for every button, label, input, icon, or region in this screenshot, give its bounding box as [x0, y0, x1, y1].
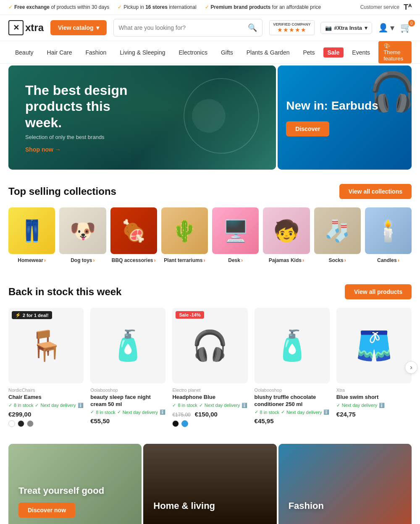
product-swimshort[interactable]: 🩳 Xtra Blue swim short ✓ Next day delive… — [336, 308, 412, 427]
color-white[interactable] — [8, 420, 15, 427]
collection-homewear-label: Homewear › — [18, 257, 46, 263]
product-brand: Oolabooshop — [90, 388, 165, 393]
view-catalog-button[interactable]: View catalog ▾ — [50, 20, 107, 35]
collection-bbq-label: BBQ accessories › — [112, 257, 156, 263]
back-in-stock-header: Back in stock this week View all product… — [8, 284, 412, 299]
product-conditioner[interactable]: 🧴 Oolabooshop blushy truffle chocolate c… — [255, 308, 330, 427]
delivery-info-icon[interactable]: ℹ️ — [323, 409, 329, 415]
collection-dog-toys[interactable]: 🐶 Dog toys › — [59, 207, 106, 263]
collection-pajamas[interactable]: 🧒 Pajamas Kids › — [263, 207, 310, 263]
delivery-info-icon[interactable]: ℹ️ — [78, 403, 84, 408]
product-brand: NordicChairs — [8, 388, 84, 393]
color-blue[interactable] — [181, 420, 188, 427]
product-price: €24,75 — [336, 411, 412, 418]
hero-shop-now-link[interactable]: Shop now → — [25, 146, 61, 153]
color-black[interactable] — [18, 420, 24, 427]
product-stock-row: ✓ 8 in stock ✓ Next day delivery ℹ️ — [90, 409, 165, 415]
hero-main-subtitle: Selection of only the best brands — [25, 134, 259, 140]
product-chair[interactable]: ⚡2 for 1 deal! 🪑 NordicChairs Chair Eame… — [8, 308, 84, 427]
cart-button[interactable]: 🛒 0 — [400, 22, 412, 33]
customer-service-link[interactable]: Customer service — [360, 4, 399, 10]
collection-dog-toys-label: Dog toys › — [71, 257, 94, 263]
hero-main-title: The best design products this week. — [25, 82, 143, 131]
font-adjust-icon[interactable]: Tᴬ — [404, 3, 412, 12]
color-options — [8, 420, 84, 427]
view-all-collections-button[interactable]: View all collections — [339, 184, 412, 199]
top-bar-left: ✓ Free exchange of products within 30 da… — [8, 4, 321, 10]
pajamas-image: 🧒 — [263, 207, 310, 254]
collection-plants-label: Plant terrariums › — [164, 257, 205, 263]
delivery-info-icon[interactable]: ℹ️ — [160, 409, 165, 415]
instagram-icon: 📷 — [325, 25, 332, 31]
collection-homewear[interactable]: 👖 Homewear › — [8, 207, 55, 263]
product-nightcream[interactable]: 🧴 Oolabooshop beauty sleep face night cr… — [90, 308, 165, 427]
nav-gifts[interactable]: Gifts — [214, 44, 240, 61]
nav-living[interactable]: Living & Sleeping — [113, 44, 172, 61]
nav-electronics[interactable]: Electronics — [172, 44, 214, 61]
color-options — [172, 420, 247, 427]
product-stock-row: ✓ 8 in stock ✓ Next day delivery ℹ️ — [172, 403, 247, 408]
hero-discover-button[interactable]: Discover — [286, 121, 329, 136]
view-all-products-button[interactable]: View all products — [345, 284, 412, 299]
product-chair-image: ⚡2 for 1 deal! 🪑 — [8, 308, 84, 383]
check-icon-3: ✓ — [205, 4, 209, 10]
nav-sale[interactable]: Sale — [323, 47, 344, 58]
topbar-exchange: ✓ Free exchange of products within 30 da… — [8, 4, 109, 10]
collection-desk[interactable]: 🖥️ Desk › — [212, 207, 259, 263]
account-button[interactable]: 👤 ▾ — [378, 23, 394, 33]
product-brand: Electro planet — [172, 388, 247, 393]
product-headphone[interactable]: Sale -14% 🎧 Electro planet Headphone Blu… — [172, 308, 247, 427]
desk-image: 🖥️ — [212, 207, 259, 254]
collections-header: Top selling collections View all collect… — [8, 184, 412, 199]
top-bar: ✓ Free exchange of products within 30 da… — [0, 0, 420, 15]
instagram-button[interactable]: 📷 #Xtra Insta ▾ — [320, 22, 372, 34]
collection-candles[interactable]: 🕯️ Candles › — [365, 207, 412, 263]
nav-pets[interactable]: Pets — [296, 44, 321, 61]
product-price: €299,00 — [8, 411, 84, 418]
delivery-info-icon[interactable]: ℹ️ — [379, 403, 385, 408]
nav-fashion[interactable]: Fashion — [79, 44, 113, 61]
nav-beauty[interactable]: Beauty — [8, 44, 40, 61]
header-right: VERIFIED COMPANY ★★★★★ 📷 #Xtra Insta ▾ 👤… — [269, 20, 412, 35]
product-conditioner-image: 🧴 — [255, 308, 330, 383]
banner-home-living[interactable]: Home & living — [143, 444, 276, 524]
color-black[interactable] — [172, 420, 179, 427]
hero-main-content: The best design products this week. Sele… — [25, 82, 259, 153]
person-icon: 👤 — [378, 23, 388, 33]
banner-home-title: Home & living — [153, 500, 215, 511]
plants-image: 🌵 — [161, 207, 208, 254]
banner-home-content: Home & living — [153, 500, 215, 517]
delivery-info-icon[interactable]: ℹ️ — [242, 403, 247, 408]
banner-fashion[interactable]: Fashion — [278, 444, 412, 524]
collection-desk-label: Desk › — [228, 257, 243, 263]
collection-socks[interactable]: 🧦 Socks › — [314, 207, 361, 263]
search-input[interactable] — [119, 24, 248, 31]
search-icon[interactable]: 🔍 — [248, 23, 257, 32]
check-icon-2: ✓ — [118, 4, 122, 10]
product-brand: Oolabooshop — [255, 388, 330, 393]
collection-plants[interactable]: 🌵 Plant terrariums › — [161, 207, 208, 263]
homewear-image: 👖 — [8, 207, 55, 254]
deal-badge: ⚡2 for 1 deal! — [12, 311, 52, 319]
nav-events[interactable]: Events — [345, 44, 377, 61]
banner-treat-content: Treat yourself good Discover now — [18, 485, 104, 517]
nav-plants[interactable]: Plants & Garden — [240, 44, 297, 61]
cart-badge: 0 — [408, 20, 415, 26]
logo[interactable]: ✕ xtra — [8, 20, 44, 35]
search-bar[interactable]: 🔍 — [113, 19, 263, 37]
collection-bbq[interactable]: 🍖 BBQ accessories › — [110, 207, 157, 263]
color-gray[interactable] — [27, 420, 34, 427]
collections-title: Top selling collections — [8, 186, 116, 197]
hero-side-banner[interactable]: 🎧 New in: Earbuds Discover — [278, 66, 412, 170]
product-swimshort-image: 🩳 — [336, 308, 412, 383]
new-price: €150,00 — [195, 411, 218, 418]
banner-treat-yourself[interactable]: Treat yourself good Discover now — [8, 444, 142, 524]
products-grid: ⚡2 for 1 deal! 🪑 NordicChairs Chair Eame… — [8, 308, 412, 427]
nav-haircare[interactable]: Hair Care — [40, 44, 79, 61]
hero-main-banner[interactable]: The best design products this week. Sele… — [8, 66, 276, 170]
product-price: €45,95 — [255, 417, 330, 424]
collections-section: Top selling collections View all collect… — [0, 171, 420, 272]
theme-features-button[interactable]: 🎨 Theme features — [378, 41, 412, 63]
banner-discover-now-button[interactable]: Discover now — [18, 503, 75, 518]
products-next-arrow[interactable]: › — [405, 361, 417, 374]
